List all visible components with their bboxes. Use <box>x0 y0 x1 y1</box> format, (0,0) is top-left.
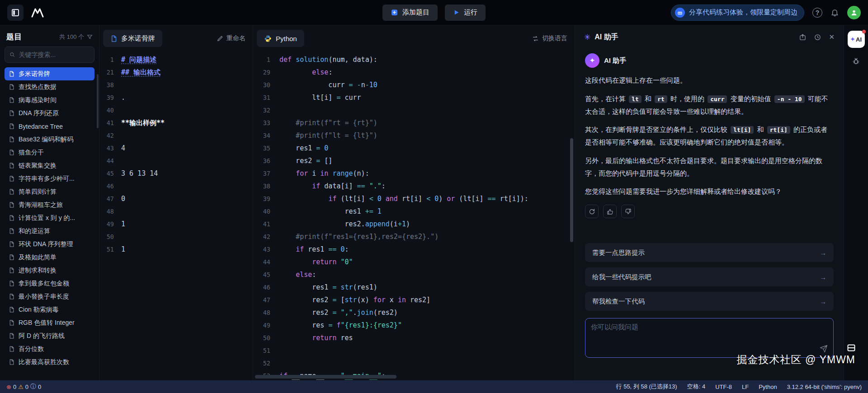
sidebar-item[interactable]: 链表聚集交换 <box>5 159 94 172</box>
line-number: 47 <box>99 192 121 205</box>
sidebar-item[interactable]: 百分位数 <box>5 342 94 356</box>
problem-source[interactable]: 1# 问题描述21## 输出格式3839.4041**输出样例**4243444… <box>99 49 253 380</box>
sidebar-item-label: 百分位数 <box>19 345 44 353</box>
sidebar-item-label: 多米诺骨牌 <box>19 70 50 78</box>
sidebar-item[interactable]: 环状 DNA 序列整理 <box>5 238 94 251</box>
document-icon <box>9 202 14 208</box>
regenerate-icon[interactable] <box>585 205 599 218</box>
sidebar-item[interactable]: 阿 D 的飞行路线 <box>5 329 94 342</box>
document-icon <box>9 254 14 260</box>
thumbs-up-icon[interactable] <box>603 205 617 218</box>
main-area: 题目 共 100 个 多米诺骨牌 查找热点数据 病毒感染时间 <box>0 25 868 380</box>
problem-sidebar: 题目 共 100 个 多米诺骨牌 查找热点数据 病毒感染时间 <box>0 25 99 380</box>
sidebar-item[interactable]: 计算位置 x 到 y 的... <box>5 211 94 225</box>
user-avatar[interactable] <box>847 6 861 19</box>
document-icon <box>9 346 14 352</box>
sidebar-toggle-icon[interactable] <box>7 5 24 21</box>
statusbar: ⊗ 0 ⚠ 0 ⓘ 0 行 55, 列 58 (已选择13) 空格: 4 UTF… <box>0 380 868 393</box>
line-number: 30 <box>253 79 279 91</box>
inline-code-badge: rt[i] <box>767 126 790 134</box>
run-button[interactable]: 运行 <box>445 5 486 21</box>
editor-horizontal-scrollbar[interactable] <box>255 375 396 379</box>
search-input[interactable] <box>19 51 90 58</box>
export-chat-icon[interactable] <box>799 33 807 41</box>
document-icon <box>9 189 14 195</box>
sidebar-item[interactable]: RGB 色值转 Integer <box>5 316 94 329</box>
interpreter-info[interactable]: 3.12.2 64-bit ('shims': pyenv) <box>787 384 862 390</box>
sidebar-scrollbar[interactable] <box>97 74 99 128</box>
document-icon <box>9 267 14 273</box>
ai-suggestion-label: 给我一些代码提示吧 <box>592 273 651 281</box>
sidebar-item[interactable]: Base32 编码和解码 <box>5 133 94 146</box>
eol-setting[interactable]: LF <box>742 384 749 390</box>
rename-button[interactable]: 重命名 <box>217 34 245 42</box>
line-number: 49 <box>99 218 121 230</box>
debug-icon[interactable] <box>852 57 860 66</box>
sidebar-item[interactable]: 最小替换子串长度 <box>5 290 94 303</box>
sidebar-item-label: 字符串有多少种可... <box>19 175 75 183</box>
share-banner-button[interactable]: 分享代码练习体验，领限量定制周边 <box>671 5 804 21</box>
code-line: 50 return res <box>253 332 575 344</box>
line-number: 48 <box>253 306 279 319</box>
sidebar-item[interactable]: DNA 序列还原 <box>5 107 94 120</box>
line-number: 34 <box>253 129 279 142</box>
indent-setting[interactable]: 空格: 4 <box>687 383 705 391</box>
sidebar-item[interactable]: 查找热点数据 <box>5 80 94 94</box>
sidebar-item-label: 病毒感染时间 <box>19 96 57 104</box>
code-line: 48 <box>99 205 253 218</box>
sidebar-item[interactable]: 比赛最高获胜次数 <box>5 356 94 369</box>
history-icon[interactable] <box>814 33 821 41</box>
language-mode[interactable]: Python <box>759 384 777 390</box>
ai-suggestions: 需要一点思路提示→给我一些代码提示吧→帮我检查一下代码→ <box>585 243 834 311</box>
code-editor[interactable]: 1def solution(num, data):29 else:30 curr… <box>253 49 575 380</box>
add-question-button[interactable]: 添加题目 <box>382 5 438 21</box>
line-number: 44 <box>99 154 121 167</box>
sidebar-item[interactable]: 简单四则计算 <box>5 185 94 198</box>
sidebar-item[interactable]: 和的逆运算 <box>5 225 94 238</box>
sidebar-item[interactable]: 病毒感染时间 <box>5 94 94 107</box>
ai-assistant-rail-button[interactable]: ✦AI <box>848 31 865 48</box>
cursor-position[interactable]: 行 55, 列 58 (已选择13) <box>616 383 677 391</box>
thumbs-down-icon[interactable] <box>621 205 635 218</box>
sidebar-item[interactable]: 青海湖租车之旅 <box>5 198 94 211</box>
sidebar-item[interactable]: 多米诺骨牌 <box>5 67 94 80</box>
sidebar-item-label: DNA 序列还原 <box>19 109 59 117</box>
editor-vertical-scrollbar[interactable] <box>570 138 573 242</box>
line-number: 32 <box>253 104 279 117</box>
encoding-setting[interactable]: UTF-8 <box>715 384 732 390</box>
send-icon[interactable] <box>820 345 828 353</box>
code-line: 32 <box>253 104 575 117</box>
ai-input[interactable] <box>591 323 815 353</box>
sidebar-item[interactable]: Bytedance Tree <box>5 120 94 133</box>
code-line: 45 else: <box>253 268 575 281</box>
problems-indicator[interactable]: ⊗ 0 ⚠ 0 ⓘ 0 <box>6 383 41 391</box>
sidebar-item[interactable]: 字符串有多少种可... <box>5 172 94 185</box>
code-line: 46 <box>99 180 253 192</box>
sidebar-item[interactable]: 猫鱼分干 <box>5 146 94 159</box>
close-icon[interactable]: ✕ <box>829 33 835 41</box>
line-number: 52 <box>253 357 279 370</box>
document-icon <box>9 136 14 142</box>
line-number: 39 <box>99 91 121 104</box>
search-box <box>5 47 94 63</box>
help-icon[interactable]: ? <box>812 8 822 18</box>
filter-icon[interactable] <box>87 34 93 40</box>
sidebar-item-label: Base32 编码和解码 <box>19 136 73 144</box>
sidebar-item[interactable]: 进制求和转换 <box>5 264 94 277</box>
ai-suggestion-button[interactable]: 需要一点思路提示→ <box>585 243 834 262</box>
line-number: 37 <box>253 167 279 180</box>
python-icon <box>264 35 272 42</box>
bell-icon[interactable] <box>830 8 839 17</box>
line-number: 45 <box>253 268 279 281</box>
brand-logo-icon <box>31 7 44 18</box>
ai-suggestion-button[interactable]: 帮我检查一下代码→ <box>585 292 834 311</box>
sidebar-item[interactable]: 及格如此简单 <box>5 251 94 264</box>
code-line: 33 #print(f"rt = {rt}") <box>253 117 575 129</box>
code-line: 38 <box>99 79 253 91</box>
problem-tab[interactable]: 多米诺骨牌 <box>103 30 162 47</box>
sidebar-item[interactable]: Cion 勒索病毒 <box>5 303 94 316</box>
language-tab[interactable]: Python <box>257 30 304 47</box>
sidebar-item[interactable]: 拿到最多红包金额 <box>5 277 94 290</box>
ai-suggestion-button[interactable]: 给我一些代码提示吧→ <box>585 267 834 286</box>
switch-language-button[interactable]: 切换语言 <box>532 34 567 42</box>
